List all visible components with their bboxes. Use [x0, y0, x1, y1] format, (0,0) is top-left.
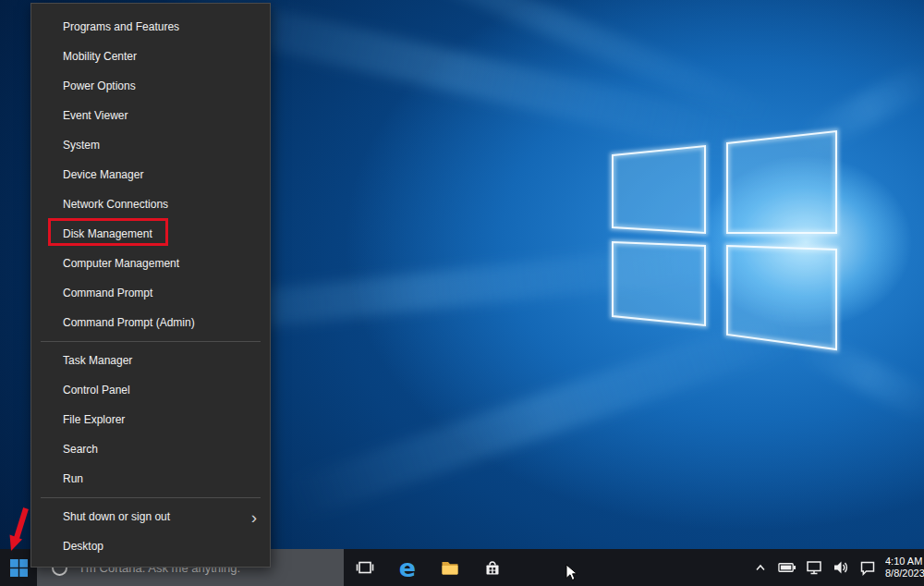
volume-button[interactable] [832, 558, 850, 577]
menu-item-label: Control Panel [63, 384, 130, 397]
menu-item-label: Search [63, 443, 98, 456]
menu-item-disk-management[interactable]: Disk Management [31, 219, 270, 249]
chevron-right-icon: › [251, 508, 257, 526]
menu-item-label: Network Connections [63, 198, 168, 211]
store-icon [482, 557, 503, 578]
battery-icon [778, 562, 796, 573]
menu-item-label: Mobility Center [63, 50, 137, 63]
menu-item-label: Command Prompt (Admin) [63, 316, 195, 329]
task-view-icon [355, 558, 375, 577]
battery-status-button[interactable] [778, 558, 796, 577]
menu-item-programs-and-features[interactable]: Programs and Features [31, 12, 270, 42]
menu-item-device-manager[interactable]: Device Manager [31, 160, 270, 189]
light-beam [328, 0, 781, 129]
menu-separator [41, 497, 261, 498]
menu-item-label: Shut down or sign out [63, 510, 170, 523]
speaker-icon [833, 560, 849, 575]
menu-item-control-panel[interactable]: Control Panel [31, 375, 270, 405]
menu-item-mobility-center[interactable]: Mobility Center [31, 42, 270, 71]
light-beam [796, 59, 924, 156]
action-center-icon [859, 560, 876, 576]
system-tray: 4:10 AM 8/8/2023 [751, 555, 924, 580]
light-beam [285, 307, 805, 521]
menu-item-search[interactable]: Search [31, 434, 270, 464]
menu-item-command-prompt-admin[interactable]: Command Prompt (Admin) [31, 308, 270, 337]
edge-browser-button[interactable]: e [386, 549, 429, 586]
hidden-icons-chevron-button[interactable] [751, 558, 770, 577]
menu-item-label: Run [63, 472, 83, 485]
menu-item-network-connections[interactable]: Network Connections [31, 189, 270, 219]
edge-icon: e [399, 555, 416, 580]
menu-separator [41, 341, 261, 342]
menu-item-run[interactable]: Run [31, 464, 270, 494]
action-center-button[interactable] [858, 558, 877, 577]
network-icon [806, 560, 822, 575]
task-view-button[interactable] [344, 549, 386, 586]
menu-item-file-explorer[interactable]: File Explorer [31, 405, 270, 434]
menu-item-task-manager[interactable]: Task Manager [31, 346, 270, 375]
menu-item-shut-down-or-sign-out[interactable]: Shut down or sign out › [31, 502, 270, 531]
menu-item-label: Desktop [63, 540, 103, 553]
windows-logo-icon [10, 559, 28, 577]
menu-item-label: Device Manager [63, 168, 143, 181]
menu-item-label: Computer Management [63, 257, 179, 270]
clock-time: 4:10 AM [885, 555, 924, 568]
clock-date: 8/8/2023 [885, 568, 924, 580]
menu-item-computer-management[interactable]: Computer Management [31, 249, 270, 278]
menu-item-power-options[interactable]: Power Options [31, 71, 270, 101]
menu-item-system[interactable]: System [31, 130, 270, 160]
taskbar-clock[interactable]: 4:10 AM 8/8/2023 [885, 555, 924, 580]
microsoft-store-button[interactable] [471, 549, 514, 586]
menu-item-desktop[interactable]: Desktop [31, 531, 270, 561]
menu-item-label: System [63, 139, 100, 152]
file-explorer-folder-icon [440, 558, 460, 577]
network-status-button[interactable] [805, 558, 823, 577]
menu-item-label: Command Prompt [63, 287, 152, 299]
menu-item-command-prompt[interactable]: Command Prompt [31, 278, 270, 308]
light-beam [796, 330, 924, 423]
menu-item-label: Disk Management [63, 227, 152, 240]
file-explorer-button[interactable] [429, 549, 471, 586]
chevron-up-icon [755, 564, 766, 571]
menu-item-label: Task Manager [63, 354, 132, 367]
menu-item-label: Power Options [63, 79, 136, 92]
menu-item-event-viewer[interactable]: Event Viewer [31, 101, 270, 130]
menu-item-label: Programs and Features [63, 20, 179, 33]
menu-item-label: File Explorer [63, 413, 125, 426]
winx-context-menu: Programs and Features Mobility Center Po… [30, 3, 271, 568]
menu-item-label: Event Viewer [63, 109, 128, 122]
